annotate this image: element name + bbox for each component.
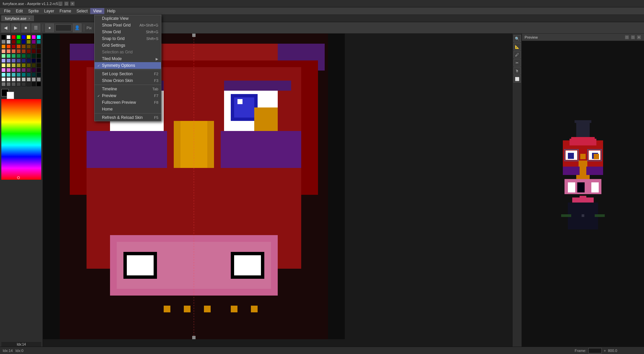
menu-entry-fullscreen-preview[interactable]: Fullscreen PreviewF8 [95,99,161,106]
color-swatch-4[interactable] [21,35,26,39]
color-swatch-78[interactable] [32,77,36,82]
color-swatch-7[interactable] [37,35,41,39]
background-color[interactable] [7,92,14,99]
color-swatch-15[interactable] [37,40,41,44]
color-swatch-79[interactable] [37,77,41,82]
color-swatch-33[interactable] [6,54,11,58]
menu-frame[interactable]: Frame [57,8,74,14]
color-swatch-22[interactable] [32,44,36,49]
close-button[interactable]: × [70,1,75,6]
color-swatch-24[interactable] [1,49,6,53]
minimize-button[interactable]: _ [58,1,63,6]
right-tool-6[interactable]: ⬜ [514,75,521,83]
color-swatch-64[interactable] [1,73,6,77]
color-swatch-18[interactable] [11,44,16,49]
color-swatch-14[interactable] [32,40,36,44]
menu-select[interactable]: Select [74,8,90,14]
menu-entry-timeline[interactable]: TimelineTab [95,86,161,92]
color-swatch-21[interactable] [26,44,31,49]
preview-btn-1[interactable]: □ [625,35,629,40]
tool-menu[interactable]: ☰ [32,24,40,32]
color-swatch-87[interactable] [37,82,41,86]
color-swatch-35[interactable] [16,54,21,58]
menu-file[interactable]: File [1,8,13,14]
color-swatch-83[interactable] [16,82,21,86]
color-swatch-63[interactable] [37,68,41,72]
color-swatch-28[interactable] [21,49,26,53]
color-swatch-66[interactable] [11,73,16,77]
color-swatch-71[interactable] [37,73,41,77]
color-swatch-50[interactable] [11,63,16,68]
color-swatch-51[interactable] [16,63,21,68]
color-swatch-43[interactable] [16,58,21,63]
menu-entry-snap-to-grid[interactable]: Snap to GridShift+S [95,35,161,42]
menu-entry-show-onion-skin[interactable]: Show Onion SkinF3 [95,77,161,84]
color-swatch-81[interactable] [6,82,11,86]
right-tool-4[interactable]: ✂ [514,59,521,67]
menu-entry-show-grid[interactable]: Show GridShift+G [95,29,161,35]
color-swatch-62[interactable] [32,68,36,72]
right-tool-1[interactable]: 🔍 [514,35,521,42]
color-swatch-29[interactable] [26,49,31,53]
color-swatch-44[interactable] [21,58,26,63]
color-swatch-59[interactable] [16,68,21,72]
tool-circle[interactable]: ● [45,24,54,32]
color-swatch-56[interactable] [1,68,6,72]
color-swatch-10[interactable] [11,40,16,44]
tool-arrow-right[interactable]: ▶ [11,24,20,32]
color-swatch-39[interactable] [37,54,41,58]
color-swatch-58[interactable] [11,68,16,72]
color-swatch-31[interactable] [37,49,41,53]
color-swatch-36[interactable] [21,54,26,58]
menu-entry-grid-settings[interactable]: Grid Settings [95,42,161,49]
color-swatch-74[interactable] [11,77,16,82]
color-swatch-70[interactable] [32,73,36,77]
add-frame-button[interactable]: + [604,349,606,353]
color-swatch-84[interactable] [21,82,26,86]
color-swatch-34[interactable] [11,54,16,58]
menu-view[interactable]: View [90,8,104,14]
preview-btn-2[interactable]: □ [631,35,635,40]
menu-entry-home[interactable]: Home [95,106,161,113]
right-tool-5[interactable]: 🖱 [514,67,521,75]
color-swatch-8[interactable] [1,40,6,44]
color-swatch-1[interactable] [6,35,11,39]
color-swatch-3[interactable] [16,35,21,39]
color-swatch-16[interactable] [1,44,6,49]
color-swatch-45[interactable] [26,58,31,63]
color-swatch-20[interactable] [21,44,26,49]
color-swatch-80[interactable] [1,82,6,86]
menu-entry-duplicate-view[interactable]: Duplicate View [95,15,161,22]
color-swatch-13[interactable] [26,40,31,44]
preview-btn-close[interactable]: × [637,35,641,40]
color-swatch-54[interactable] [32,63,36,68]
color-swatch-52[interactable] [21,63,26,68]
color-gradient[interactable] [1,99,41,340]
menu-sprite[interactable]: Sprite [25,8,41,14]
right-tool-2[interactable]: 📐 [514,43,521,50]
color-swatch-86[interactable] [32,82,36,86]
tab-close-button[interactable]: × [29,17,31,20]
color-swatch-42[interactable] [11,58,16,63]
color-swatch-38[interactable] [32,54,36,58]
menu-entry-set-loop-section[interactable]: Set Loop SectionF2 [95,71,161,77]
menu-entry-preview[interactable]: ✓PreviewF7 [95,92,161,99]
color-swatch-48[interactable] [1,63,6,68]
color-swatch-32[interactable] [1,54,6,58]
color-swatch-26[interactable] [11,49,16,53]
color-swatch-5[interactable] [26,35,31,39]
color-swatch-49[interactable] [6,63,11,68]
color-swatch-73[interactable] [6,77,11,82]
color-swatch-27[interactable] [16,49,21,53]
menu-entry-symmetry-options[interactable]: ✓Symmetry Options [95,62,161,69]
color-swatch-17[interactable] [6,44,11,49]
active-tab[interactable]: furryface.ase × [1,15,34,21]
color-swatch-69[interactable] [26,73,31,77]
color-swatch-19[interactable] [16,44,21,49]
tool-person[interactable]: 👤 [73,24,82,32]
right-tool-3[interactable]: 🖊 [514,51,521,58]
menu-help[interactable]: Help [104,8,118,14]
color-swatch-2[interactable] [11,35,16,39]
color-swatch-82[interactable] [11,82,16,86]
color-swatch-47[interactable] [37,58,41,63]
